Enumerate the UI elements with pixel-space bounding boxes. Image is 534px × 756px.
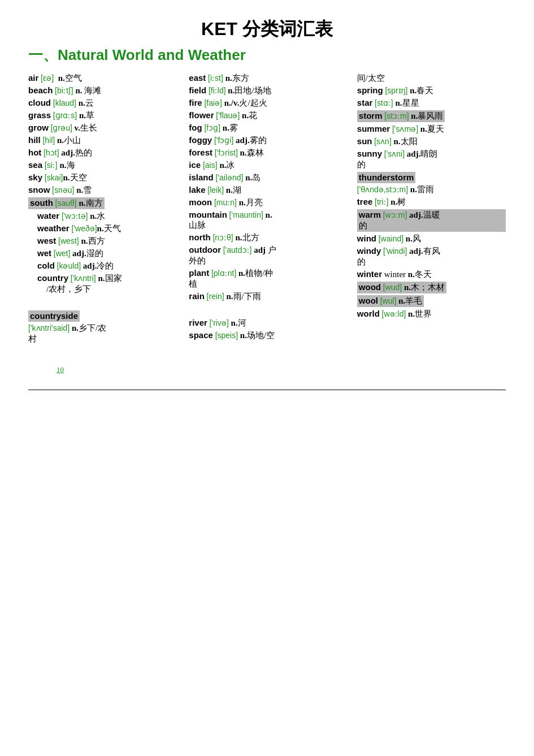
entry-south: south [sauθ] n.南方	[28, 197, 105, 209]
entry-west: west [west] n.西方	[28, 236, 184, 247]
column-2: east [iːst] n.东方 field [fiːld] n.田地/场地 f…	[189, 73, 357, 343]
page-divider	[28, 390, 506, 390]
entry-snow: snow [snəu] n.雪	[28, 185, 184, 196]
entry-east: east [iːst] n.东方	[189, 73, 352, 84]
entry-river: river ['rivə] n.河 space [speis] n.场地/空	[189, 318, 352, 341]
entry-sea: sea [siː] n.海	[28, 160, 184, 171]
entry-summer: summer ['sʌmə] n.夏天	[357, 124, 506, 135]
entry-winter: winter winter n.冬天	[357, 269, 506, 280]
entry-warm: warm [wɔːm] adj.温暖 的	[357, 209, 506, 232]
entry-grow: grow [ɡrəu] v.生长	[28, 123, 184, 133]
entry-outdoor: outdoor ['autdɔː] adj 户 外的	[189, 245, 352, 266]
entry-island: island ['ailənd] n.岛	[189, 172, 352, 183]
entry-field: field [fiːld] n.田地/场地	[189, 85, 352, 96]
section-title: 一、Natural World and Weather	[28, 45, 506, 65]
entry-star: star [stɑː] n.星星	[357, 98, 506, 109]
entry-sky: sky [skai]n.天空	[28, 172, 184, 183]
entry-hill: hill [hil] n.小山	[28, 135, 184, 146]
page-number: 10	[57, 365, 64, 374]
entry-tree: tree [triː] n.树	[357, 197, 506, 208]
entry-space-continuation: 间/太空	[357, 73, 506, 84]
entry-spring: spring [sprɪŋ] n.春天	[357, 85, 506, 96]
entry-countryside: countryside ['kʌntri'said] n.乡下/农 村	[28, 310, 184, 344]
column-3: 间/太空 spring [sprɪŋ] n.春天 star [stɑː] n.星…	[357, 73, 506, 321]
entry-thunderstorm: thunderstorm	[357, 172, 416, 183]
entry-rain: rain [rein] n.雨/下雨	[189, 291, 352, 302]
entry-beach: beach [biːtʃ] n. 海滩	[28, 85, 184, 96]
entry-windy: windy ['windi] adj.有风 的	[357, 246, 506, 267]
entry-forest: forest ['fɔrist] n.森林	[189, 148, 352, 158]
entry-water: water ['wɔːtə] n.水	[28, 211, 184, 222]
entry-sun: sun [sʌn] n.太阳	[357, 136, 506, 147]
entry-mountain: mountain ['mauntin] n. 山脉	[189, 210, 352, 231]
entry-wool: wool [wul] n.羊毛	[357, 295, 424, 307]
entry-moon: moon [muːn] n.月亮	[189, 197, 352, 208]
entry-world: world [wəːld] n.世界	[357, 309, 506, 319]
entry-thunderstorm-phonetic: ['θʌndə,stɔːm] n.雷雨	[357, 184, 506, 195]
entry-fog: fog [fɔɡ] n.雾	[189, 123, 352, 133]
entry-storm: storm [stɔːm] n.暴风雨	[357, 110, 445, 122]
entry-air: air [εə] n.空气	[28, 73, 184, 84]
entry-country: country ['kʌntri] n.国家 /农村，乡下	[28, 273, 184, 295]
entry-weather: weather ['weðə]n.天气	[28, 223, 184, 234]
entry-wet: wet [wet] adj.湿的	[28, 248, 184, 259]
entry-flower: flower ['flauə] n.花	[189, 110, 352, 121]
page-title: KET 分类词汇表	[28, 17, 506, 42]
entry-cloud: cloud [klaud] n.云	[28, 98, 184, 109]
entry-plant: plant [plɑːnt] n.植物/种 植	[189, 268, 352, 290]
entry-space: space [speis] n.场地/空	[189, 330, 352, 341]
vocabulary-columns: air [εə] n.空气 beach [biːtʃ] n. 海滩 cloud …	[28, 73, 506, 344]
entry-lake: lake [leik] n.湖	[189, 185, 352, 196]
entry-north: north [nɔːθ] n.北方	[189, 232, 352, 243]
entry-sunny: sunny ['sʌni] adj.晴朗 的	[357, 149, 506, 170]
entry-cold: cold [kəuld] adj.冷的	[28, 261, 184, 271]
entry-wood: wood [wud] n.木；木材	[357, 282, 446, 293]
entry-hot: hot [hɔt] adj.热的	[28, 148, 184, 158]
entry-fire: fire [faiə] n./v.火/起火	[189, 98, 352, 109]
entry-wind: wind [waind] n.风	[357, 234, 506, 244]
entry-ice: ice [ais] n.冰	[189, 160, 352, 171]
column-1: air [εə] n.空气 beach [biːtʃ] n. 海滩 cloud …	[28, 73, 189, 344]
entry-foggy: foggy ['fɔɡi] adj.雾的	[189, 135, 352, 146]
footer-area: 10	[28, 390, 506, 390]
entry-grass: grass [ɡrɑːs] n.草	[28, 110, 184, 121]
